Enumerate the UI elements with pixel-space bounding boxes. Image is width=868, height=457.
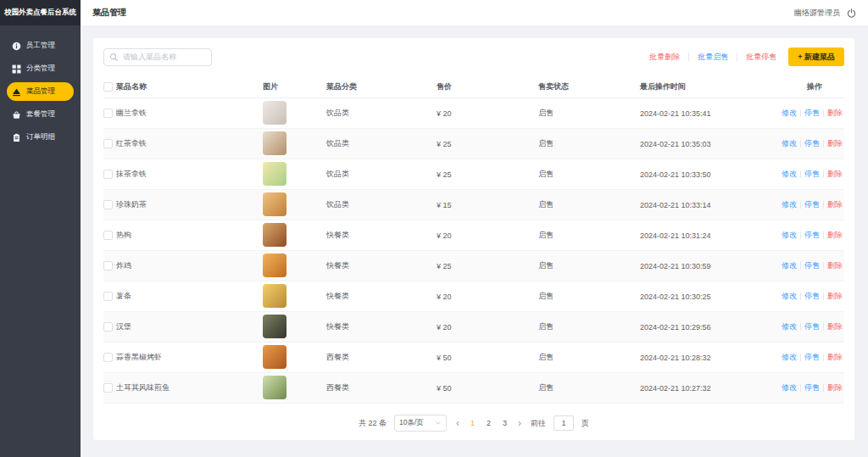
col-actions: 操作 bbox=[754, 81, 844, 92]
dish-price: ¥ 20 bbox=[437, 109, 538, 118]
delete-link[interactable]: 删除 bbox=[827, 321, 843, 332]
divider bbox=[823, 201, 824, 209]
stop-sale-link[interactable]: 停售 bbox=[804, 108, 820, 119]
edit-link[interactable]: 修改 bbox=[782, 169, 797, 180]
page-number-2[interactable]: 2 bbox=[487, 419, 491, 427]
batch-disable-button[interactable]: 批量停售 bbox=[746, 52, 776, 63]
table-header: 菜品名称 图片 菜品分类 售价 售卖状态 最后操作时间 操作 bbox=[103, 76, 844, 98]
dish-image[interactable] bbox=[263, 345, 287, 369]
dish-category: 饮品类 bbox=[326, 108, 437, 119]
stop-sale-link[interactable]: 停售 bbox=[804, 382, 820, 393]
delete-link[interactable]: 删除 bbox=[827, 108, 843, 119]
next-page-button[interactable]: › bbox=[516, 418, 523, 428]
user-area: 幽络源管理员 bbox=[794, 8, 856, 19]
delete-link[interactable]: 删除 bbox=[827, 199, 843, 210]
batch-delete-button[interactable]: 批量删除 bbox=[649, 52, 680, 63]
dish-image[interactable] bbox=[263, 192, 287, 216]
table-row: 红茶拿铁饮品类¥ 25启售2024-02-21 10:35:03修改停售删除 bbox=[103, 129, 844, 159]
divider bbox=[823, 140, 824, 148]
prev-page-button[interactable]: ‹ bbox=[454, 418, 461, 428]
delete-link[interactable]: 删除 bbox=[827, 382, 843, 393]
edit-link[interactable]: 修改 bbox=[782, 260, 797, 271]
row-checkbox[interactable] bbox=[103, 200, 113, 209]
create-dish-button[interactable]: + 新建菜品 bbox=[788, 47, 844, 66]
dish-category: 饮品类 bbox=[326, 169, 437, 180]
sidebar-item-4[interactable]: 套餐管理 bbox=[7, 105, 74, 124]
goto-page-input[interactable] bbox=[554, 415, 574, 431]
table-row: 薯条快餐类¥ 20启售2024-02-21 10:30:25修改停售删除 bbox=[103, 281, 844, 312]
page-number-1[interactable]: 1 bbox=[470, 419, 475, 427]
row-checkbox[interactable] bbox=[103, 292, 113, 301]
row-checkbox[interactable] bbox=[103, 109, 113, 118]
dish-name: 幽兰拿铁 bbox=[115, 108, 259, 119]
delete-link[interactable]: 删除 bbox=[827, 352, 843, 363]
search-input[interactable] bbox=[103, 48, 212, 66]
total-count: 共 22 条 bbox=[359, 418, 387, 429]
dish-image[interactable] bbox=[263, 101, 287, 125]
row-checkbox[interactable] bbox=[103, 231, 113, 240]
dish-image[interactable] bbox=[263, 162, 287, 186]
batch-enable-button[interactable]: 批量启售 bbox=[698, 52, 728, 63]
dish-name: 炸鸡 bbox=[115, 260, 259, 271]
stop-sale-link[interactable]: 停售 bbox=[804, 321, 820, 332]
edit-link[interactable]: 修改 bbox=[782, 321, 797, 332]
dish-price: ¥ 20 bbox=[437, 293, 538, 301]
dish-image[interactable] bbox=[263, 223, 287, 247]
dish-image[interactable] bbox=[263, 376, 287, 399]
sidebar-item-5[interactable]: 订单明细 bbox=[7, 128, 74, 147]
stop-sale-link[interactable]: 停售 bbox=[804, 138, 820, 149]
user-name[interactable]: 幽络源管理员 bbox=[794, 8, 840, 19]
page-size-value: 10条/页 bbox=[399, 418, 424, 428]
edit-link[interactable]: 修改 bbox=[782, 230, 797, 241]
edit-link[interactable]: 修改 bbox=[782, 199, 797, 210]
delete-link[interactable]: 删除 bbox=[827, 291, 843, 302]
stop-sale-link[interactable]: 停售 bbox=[804, 260, 820, 271]
edit-link[interactable]: 修改 bbox=[782, 138, 797, 149]
dish-image[interactable] bbox=[263, 315, 287, 338]
edit-link[interactable]: 修改 bbox=[782, 291, 797, 302]
delete-link[interactable]: 删除 bbox=[827, 169, 843, 180]
app-title: 校园外卖点餐后台系统 bbox=[0, 0, 81, 25]
sidebar-item-1[interactable]: 员工管理 bbox=[7, 36, 74, 55]
edit-link[interactable]: 修改 bbox=[782, 352, 797, 363]
power-icon[interactable] bbox=[847, 8, 856, 18]
sidebar-item-label: 订单明细 bbox=[26, 132, 55, 142]
row-checkbox[interactable] bbox=[103, 353, 113, 362]
dish-time: 2024-02-21 10:31:24 bbox=[640, 231, 754, 240]
dish-image[interactable] bbox=[263, 131, 287, 155]
row-checkbox[interactable] bbox=[103, 139, 113, 148]
dish-image[interactable] bbox=[263, 284, 287, 308]
stop-sale-link[interactable]: 停售 bbox=[804, 169, 820, 180]
row-checkbox[interactable] bbox=[103, 322, 113, 332]
dish-category: 快餐类 bbox=[326, 230, 437, 241]
sidebar-item-2[interactable]: 分类管理 bbox=[7, 59, 74, 78]
dish-time: 2024-02-21 10:30:25 bbox=[640, 293, 754, 301]
row-checkbox[interactable] bbox=[103, 170, 113, 179]
sidebar-item-3[interactable]: 菜品管理 bbox=[7, 82, 74, 101]
stop-sale-link[interactable]: 停售 bbox=[804, 230, 820, 241]
delete-link[interactable]: 删除 bbox=[827, 138, 843, 149]
edit-link[interactable]: 修改 bbox=[782, 382, 797, 393]
edit-link[interactable]: 修改 bbox=[782, 108, 797, 119]
page-size-select[interactable]: 10条/页 bbox=[394, 415, 447, 432]
dish-time: 2024-02-21 10:35:41 bbox=[640, 109, 754, 118]
select-all-checkbox[interactable] bbox=[103, 82, 113, 92]
page-unit-label: 页 bbox=[581, 418, 589, 429]
row-checkbox[interactable] bbox=[103, 261, 113, 270]
stop-sale-link[interactable]: 停售 bbox=[804, 352, 820, 363]
dish-category: 快餐类 bbox=[326, 321, 437, 332]
basket-icon bbox=[12, 110, 21, 120]
sidebar-item-label: 员工管理 bbox=[26, 41, 55, 51]
col-price: 售价 bbox=[437, 81, 538, 92]
dish-price: ¥ 25 bbox=[437, 140, 538, 148]
dish-name: 抹茶拿铁 bbox=[115, 169, 259, 180]
sidebar-item-label: 菜品管理 bbox=[26, 86, 55, 97]
row-checkbox[interactable] bbox=[103, 383, 113, 393]
delete-link[interactable]: 删除 bbox=[827, 230, 843, 241]
dish-category: 快餐类 bbox=[326, 291, 437, 302]
delete-link[interactable]: 删除 bbox=[827, 260, 843, 271]
dish-image[interactable] bbox=[263, 254, 287, 277]
stop-sale-link[interactable]: 停售 bbox=[804, 291, 820, 302]
page-number-3[interactable]: 3 bbox=[503, 419, 507, 427]
stop-sale-link[interactable]: 停售 bbox=[804, 199, 820, 210]
